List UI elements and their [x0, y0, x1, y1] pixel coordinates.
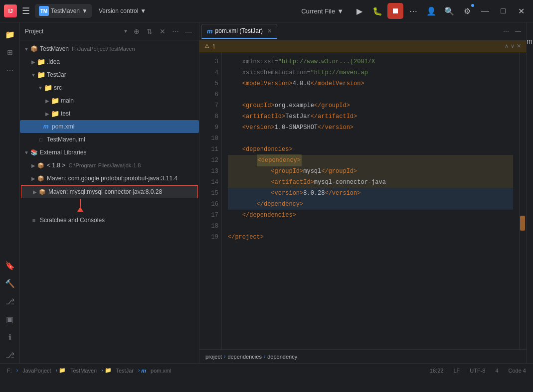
- status-encoding[interactable]: UTF-8: [467, 367, 488, 375]
- sidebar-icon-git[interactable]: ⎇: [2, 293, 18, 309]
- warning-nav: ∧ ∨ ✕: [505, 43, 521, 49]
- sidebar-icon-terminal[interactable]: ▣: [2, 311, 18, 327]
- warning-icon: ⚠: [204, 43, 209, 49]
- status-code4[interactable]: Code 4: [506, 367, 529, 375]
- tree-item-ext-libs[interactable]: ▼ 📚 External Libraries: [20, 146, 199, 159]
- file-tree-content: ▼ 📦 TestMaven F:\JavaPorject\TestMaven ▶…: [20, 40, 199, 363]
- tree-label: pom.xml: [52, 123, 74, 130]
- settings-icon[interactable]: ⚙: [459, 3, 475, 19]
- tab-minimize-icon[interactable]: —: [512, 25, 524, 37]
- tree-item-src[interactable]: ▼ 📁 src: [20, 81, 199, 94]
- warning-close[interactable]: ✕: [517, 43, 521, 49]
- sidebar-icon-folder[interactable]: 📁: [2, 26, 18, 42]
- minimize-icon[interactable]: —: [477, 3, 493, 19]
- status-path3[interactable]: TestJar: [113, 367, 137, 375]
- project-name: TestMaven: [51, 7, 80, 14]
- breadcrumb-project[interactable]: project: [205, 354, 222, 360]
- status-indent[interactable]: 4: [492, 367, 501, 375]
- right-sidebar-m[interactable]: m: [527, 37, 533, 45]
- breadcrumb-dependencies[interactable]: dependencies: [227, 354, 262, 360]
- project-selector[interactable]: TM TestMaven ▼: [35, 4, 92, 18]
- code-line-13: <groupId>mysql</groupId>: [228, 166, 513, 177]
- code-line-14: <artifactId>mysql-connector-java: [228, 177, 513, 188]
- tree-label: External Libraries: [40, 149, 86, 156]
- sidebar-icon-info[interactable]: ℹ: [2, 329, 18, 345]
- tree-item-testmaven[interactable]: ▼ 📦 TestMaven F:\JavaPorject\TestMaven: [20, 42, 199, 55]
- more-options-icon[interactable]: ⋯: [405, 3, 421, 19]
- status-line-ending[interactable]: LF: [450, 367, 463, 375]
- scroll-icon[interactable]: ⇅: [144, 26, 155, 37]
- close-window-icon[interactable]: ✕: [513, 3, 529, 19]
- code-line-10: [228, 133, 513, 144]
- minimize-panel-icon[interactable]: —: [183, 26, 194, 37]
- tree-label: src: [54, 84, 62, 91]
- line-numbers: 3 4 5 6 7 8 9 10 11 12 13 14 15 16 17 18…: [199, 52, 222, 349]
- breadcrumb-dependency[interactable]: dependency: [267, 354, 297, 360]
- search-everywhere-icon[interactable]: 🔍: [441, 3, 457, 19]
- arrow-indicator-container: [20, 199, 199, 214]
- tree-item-scratches[interactable]: ▶ ≡ Scratches and Consoles: [20, 214, 199, 227]
- tree-item-testjar[interactable]: ▼ 📁 TestJar: [20, 68, 199, 81]
- sidebar-icon-build[interactable]: 🔨: [2, 275, 18, 291]
- add-user-icon[interactable]: 👤: [423, 3, 439, 19]
- editor-tab-pomxml[interactable]: m pom.xml (TestJar) ✕: [201, 24, 277, 39]
- tree-label: TestMaven: [40, 45, 69, 52]
- tree-item-idea[interactable]: ▶ 📁 .idea: [20, 55, 199, 68]
- sidebar-icon-more[interactable]: ⋯: [2, 62, 18, 78]
- new-file-icon[interactable]: ⊕: [131, 26, 142, 37]
- version-control-btn[interactable]: Version control ▼: [95, 5, 150, 16]
- status-git[interactable]: F:: [4, 367, 15, 375]
- record-stop-icon[interactable]: ⏹: [387, 3, 403, 19]
- code-line-8: <artifactId>TestJar</artifactId>: [228, 111, 513, 122]
- tree-label: Scratches and Consoles: [40, 217, 105, 224]
- arrow-icon: ▶: [44, 97, 51, 104]
- warning-banner: ⚠ 1 ∧ ∨ ✕: [199, 40, 526, 52]
- version-control-label: Version control: [99, 7, 138, 14]
- tab-settings-icon[interactable]: ⋯: [500, 25, 512, 37]
- tree-item-jdk18[interactable]: ▶ 📦 < 1.8 > C:\Program Files\Java\jdk-1.…: [20, 159, 199, 172]
- topbar-action-icons: ▶ 🐛 ⏹ ⋯ 👤 🔍 ⚙ — □ ✕: [352, 3, 529, 19]
- tree-item-protobuf[interactable]: ▶ 📦 Maven: com.google.protobuf:protobuf-…: [20, 172, 199, 185]
- main-area: 📁 ⊞ ⋯ 🔖 🔨 ⎇ ▣ ℹ ⎇ Project ▼ ⊕ ⇅ ✕ ⋯ —: [0, 22, 533, 363]
- status-path1[interactable]: JavaPorject: [19, 367, 54, 375]
- tree-item-pomxml[interactable]: ▶ m pom.xml: [20, 120, 199, 133]
- code-line-4: xsi:schemaLocation="http://maven.ap: [228, 67, 513, 78]
- arrow-icon: ▶: [30, 175, 37, 182]
- status-path4[interactable]: pom.xml: [148, 367, 175, 375]
- current-file-btn[interactable]: Current File ▼: [296, 5, 349, 17]
- line-num: 11: [203, 144, 218, 155]
- libs-icon: 📚: [30, 148, 38, 156]
- code-line-6: [228, 89, 513, 100]
- collapse-icon[interactable]: ✕: [157, 26, 168, 37]
- file-tree: Project ▼ ⊕ ⇅ ✕ ⋯ — ▼ 📦 TestMaven F:\Jav…: [20, 22, 199, 363]
- tab-close-icon[interactable]: ✕: [267, 28, 272, 34]
- tree-sublabel: F:\JavaPorject\TestMaven: [72, 46, 135, 52]
- line-num: 18: [203, 221, 218, 232]
- warning-next[interactable]: ∨: [511, 43, 515, 49]
- tree-item-main[interactable]: ▶ 📁 main: [20, 94, 199, 107]
- warning-prev[interactable]: ∧: [505, 43, 509, 49]
- tree-item-test[interactable]: ▶ 📁 test: [20, 107, 199, 120]
- code-content[interactable]: xmlns:xsi="http://www.w3.or...(2001/X xs…: [222, 52, 519, 349]
- code-line-17: </dependencies>: [228, 210, 513, 221]
- hamburger-menu[interactable]: ☰: [20, 3, 32, 18]
- maximize-icon[interactable]: □: [495, 3, 511, 19]
- sidebar-icon-git2[interactable]: ⎇: [2, 347, 18, 363]
- sidebar-icon-structure[interactable]: ⊞: [2, 44, 18, 60]
- project-dropdown[interactable]: ▼: [123, 28, 128, 34]
- tree-item-mysql-connector[interactable]: ▶ 📦 Maven: mysql:mysql-connector-java:8.…: [21, 185, 198, 198]
- status-path2[interactable]: TestMaven: [67, 367, 100, 375]
- run-icon[interactable]: ▶: [352, 3, 367, 19]
- settings-badge: [471, 4, 474, 7]
- tree-item-testiml[interactable]: ▶ □ TestMaven.iml: [20, 133, 199, 146]
- status-line-col[interactable]: 16:22: [427, 367, 447, 375]
- arrow-icon: ▼: [30, 71, 37, 78]
- left-panel: Project ▼ ⊕ ⇅ ✕ ⋯ — ▼ 📦 TestMaven F:\Jav…: [20, 22, 199, 363]
- debug-icon[interactable]: 🐛: [369, 3, 385, 19]
- code-line-7: <groupId>org.example</groupId>: [228, 100, 513, 111]
- arrow-stem: [80, 199, 81, 207]
- sidebar-icon-bookmark[interactable]: 🔖: [2, 258, 18, 273]
- line-num: 10: [203, 133, 218, 144]
- gear-icon[interactable]: ⋯: [170, 26, 181, 37]
- line-num: 3: [203, 56, 218, 67]
